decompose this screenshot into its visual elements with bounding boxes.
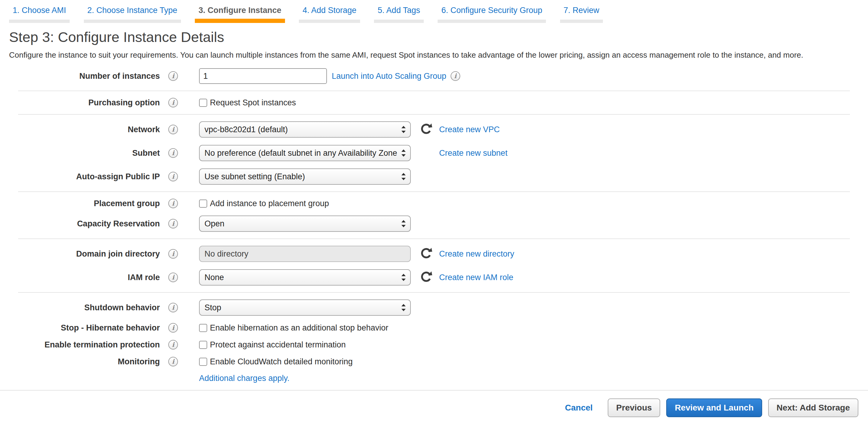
request-spot-instances-checkbox[interactable]	[199, 99, 207, 107]
row-shutdown-behavior: Shutdown behavior i Stop	[9, 300, 859, 316]
network-select-value: vpc-b8c202d1 (default)	[205, 125, 288, 134]
review-and-launch-button[interactable]: Review and Launch	[666, 398, 762, 417]
create-new-subnet-link[interactable]: Create new subnet	[439, 148, 507, 158]
tab-review[interactable]: 7. Review	[560, 5, 603, 23]
info-icon[interactable]: i	[168, 249, 178, 259]
info-icon[interactable]: i	[168, 148, 178, 158]
page-title: Step 3: Configure Instance Details	[9, 29, 859, 45]
group-placement: Placement group i Add instance to placem…	[9, 192, 859, 238]
row-monitoring: Monitoring i Enable CloudWatch detailed …	[9, 357, 859, 366]
placement-group-label: Placement group	[9, 199, 160, 208]
capacity-reservation-select-value: Open	[205, 219, 224, 228]
create-new-iam-role-link[interactable]: Create new IAM role	[439, 273, 513, 282]
refresh-vpc-list-icon[interactable]	[421, 123, 433, 136]
enable-cloudwatch-detailed-monitoring-checkbox[interactable]	[199, 358, 207, 366]
stop-hibernate-behavior-label: Stop - Hibernate behavior	[9, 323, 160, 333]
shutdown-behavior-select[interactable]: Stop	[199, 300, 411, 316]
number-of-instances-label: Number of instances	[9, 72, 160, 81]
tab-add-storage[interactable]: 4. Add Storage	[299, 5, 360, 23]
info-icon[interactable]: i	[168, 273, 178, 282]
shutdown-behavior-select-value: Stop	[205, 303, 221, 312]
page-description: Configure the instance to suit your requ…	[9, 48, 859, 62]
tab-underline	[84, 20, 181, 23]
row-number-of-instances: Number of instances i Launch into Auto S…	[9, 68, 859, 84]
number-of-instances-input[interactable]	[199, 68, 327, 84]
group-directory-iam: Domain join directory i No directory Cre…	[9, 239, 859, 292]
enable-cloudwatch-detailed-monitoring-checkbox-label[interactable]: Enable CloudWatch detailed monitoring	[210, 357, 352, 366]
row-placement-group: Placement group i Add instance to placem…	[9, 199, 859, 208]
info-icon[interactable]: i	[168, 71, 178, 81]
capacity-reservation-select[interactable]: Open	[199, 216, 411, 232]
domain-join-directory-select-value: No directory	[205, 249, 249, 259]
add-instance-to-placement-group-checkbox-label[interactable]: Add instance to placement group	[210, 199, 329, 208]
tab-choose-instance-type[interactable]: 2. Choose Instance Type	[84, 5, 181, 23]
tab-underline	[374, 20, 424, 23]
select-arrows-icon	[401, 273, 407, 282]
next-add-storage-button[interactable]: Next: Add Storage	[768, 398, 858, 417]
tab-label[interactable]: 1. Choose AMI	[9, 5, 70, 15]
select-arrows-icon	[401, 220, 407, 228]
info-icon[interactable]: i	[168, 98, 178, 108]
auto-assign-public-ip-select[interactable]: Use subnet setting (Enable)	[199, 168, 411, 185]
enable-hibernation-checkbox-label[interactable]: Enable hibernation as an additional stop…	[210, 323, 388, 333]
tab-configure-security-group[interactable]: 6. Configure Security Group	[438, 5, 546, 23]
group-behavior: Shutdown behavior i Stop Stop - Hibernat…	[9, 293, 859, 390]
create-new-vpc-link[interactable]: Create new VPC	[439, 125, 500, 134]
tab-label[interactable]: 6. Configure Security Group	[438, 5, 546, 15]
enable-hibernation-checkbox[interactable]	[199, 324, 207, 332]
row-subnet: Subnet i No preference (default subnet i…	[9, 145, 859, 161]
row-network: Network i vpc-b8c202d1 (default) Create …	[9, 121, 859, 138]
monitoring-label: Monitoring	[9, 357, 160, 366]
tab-label[interactable]: 3. Configure Instance	[195, 5, 285, 15]
tab-label[interactable]: 5. Add Tags	[374, 5, 424, 15]
tab-label[interactable]: 2. Choose Instance Type	[84, 5, 181, 15]
tab-configure-instance[interactable]: 3. Configure Instance	[195, 5, 285, 23]
tab-choose-ami[interactable]: 1. Choose AMI	[9, 5, 70, 23]
previous-button[interactable]: Previous	[608, 398, 660, 417]
iam-role-select-value: None	[205, 273, 224, 282]
row-stop-hibernate-behavior: Stop - Hibernate behavior i Enable hiber…	[9, 323, 859, 333]
tab-label[interactable]: 7. Review	[560, 5, 603, 15]
row-purchasing-option: Purchasing option i Request Spot instanc…	[9, 98, 859, 108]
shutdown-behavior-label: Shutdown behavior	[9, 303, 160, 312]
ec2-launch-wizard-page: 1. Choose AMI 2. Choose Instance Type 3.…	[0, 0, 868, 425]
info-icon[interactable]: i	[168, 357, 178, 366]
select-arrows-icon	[401, 303, 407, 312]
refresh-directory-list-icon[interactable]	[421, 248, 433, 260]
tab-underline	[299, 20, 360, 23]
additional-charges-apply-link[interactable]: Additional charges apply.	[199, 374, 289, 383]
wizard-step-tabs: 1. Choose AMI 2. Choose Instance Type 3.…	[0, 0, 868, 23]
tab-underline-active	[195, 19, 285, 23]
add-instance-to-placement-group-checkbox[interactable]	[199, 200, 207, 208]
protect-against-accidental-termination-checkbox[interactable]	[199, 341, 207, 349]
info-icon[interactable]: i	[168, 340, 178, 349]
iam-role-select[interactable]: None	[199, 269, 411, 286]
auto-assign-public-ip-label: Auto-assign Public IP	[9, 172, 160, 181]
domain-join-directory-label: Domain join directory	[9, 249, 160, 259]
request-spot-instances-checkbox-label[interactable]: Request Spot instances	[210, 98, 296, 108]
info-icon[interactable]: i	[451, 71, 460, 81]
network-select[interactable]: vpc-b8c202d1 (default)	[199, 121, 411, 138]
tab-underline	[9, 20, 70, 23]
subnet-label: Subnet	[9, 148, 160, 158]
row-enable-termination-protection: Enable termination protection i Protect …	[9, 340, 859, 349]
info-icon[interactable]: i	[168, 323, 178, 333]
create-new-directory-link[interactable]: Create new directory	[439, 249, 514, 259]
launch-into-auto-scaling-group-link[interactable]: Launch into Auto Scaling Group	[332, 72, 446, 81]
protect-against-accidental-termination-checkbox-label[interactable]: Protect against accidental termination	[210, 340, 346, 349]
info-icon[interactable]: i	[168, 199, 178, 208]
info-icon[interactable]: i	[168, 303, 178, 312]
subnet-select[interactable]: No preference (default subnet in any Ava…	[199, 145, 411, 161]
subnet-select-value: No preference (default subnet in any Ava…	[205, 148, 397, 158]
info-icon[interactable]: i	[168, 219, 178, 228]
cancel-link[interactable]: Cancel	[565, 398, 593, 417]
group-network: Network i vpc-b8c202d1 (default) Create …	[9, 115, 859, 191]
tab-label[interactable]: 4. Add Storage	[299, 5, 360, 15]
enable-termination-protection-label: Enable termination protection	[9, 340, 160, 349]
info-icon[interactable]: i	[168, 125, 178, 134]
iam-role-label: IAM role	[9, 273, 160, 282]
tab-add-tags[interactable]: 5. Add Tags	[374, 5, 424, 23]
refresh-iam-role-list-icon[interactable]	[421, 272, 433, 283]
info-icon[interactable]: i	[168, 172, 178, 181]
purchasing-option-label: Purchasing option	[9, 98, 160, 108]
